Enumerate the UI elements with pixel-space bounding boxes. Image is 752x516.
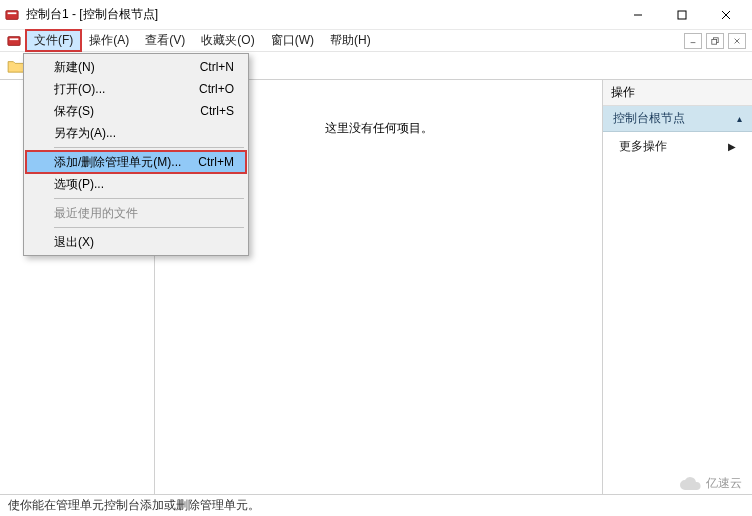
menu-separator bbox=[54, 227, 244, 228]
menu-item-label: 退出(X) bbox=[54, 234, 94, 251]
menu-item-exit[interactable]: 退出(X) bbox=[26, 231, 246, 253]
menu-item-label: 打开(O)... bbox=[54, 81, 105, 98]
menu-item-label: 新建(N) bbox=[54, 59, 95, 76]
menu-item-saveas[interactable]: 另存为(A)... bbox=[26, 122, 246, 144]
menu-item-recent: 最近使用的文件 bbox=[26, 202, 246, 224]
actions-panel-title: 操作 bbox=[603, 80, 752, 106]
menu-item-shortcut: Ctrl+S bbox=[200, 104, 234, 118]
menu-window[interactable]: 窗口(W) bbox=[263, 30, 322, 51]
menu-item-label: 选项(P)... bbox=[54, 176, 104, 193]
statusbar: 使你能在管理单元控制台添加或删除管理单元。 bbox=[0, 495, 752, 516]
menu-item-open[interactable]: 打开(O)... Ctrl+O bbox=[26, 78, 246, 100]
menu-item-label: 最近使用的文件 bbox=[54, 205, 138, 222]
watermark-text: 亿速云 bbox=[706, 475, 742, 492]
collapse-icon: ▴ bbox=[737, 113, 742, 124]
actions-section-header[interactable]: 控制台根节点 ▴ bbox=[603, 106, 752, 132]
menu-separator bbox=[54, 198, 244, 199]
svg-rect-0 bbox=[6, 10, 18, 19]
actions-more-label: 更多操作 bbox=[619, 138, 667, 155]
menu-item-shortcut: Ctrl+O bbox=[199, 82, 234, 96]
mdi-restore-button[interactable] bbox=[706, 33, 724, 49]
maximize-button[interactable] bbox=[660, 0, 704, 30]
svg-rect-6 bbox=[8, 36, 20, 45]
app-icon bbox=[4, 7, 20, 23]
svg-rect-7 bbox=[10, 38, 19, 40]
titlebar: 控制台1 - [控制台根节点] bbox=[0, 0, 752, 30]
actions-more-item[interactable]: 更多操作 ▶ bbox=[603, 132, 752, 161]
menu-separator bbox=[54, 147, 244, 148]
menu-view[interactable]: 查看(V) bbox=[137, 30, 193, 51]
svg-rect-1 bbox=[8, 12, 17, 14]
menu-item-new[interactable]: 新建(N) Ctrl+N bbox=[26, 56, 246, 78]
cloud-icon bbox=[678, 476, 702, 492]
window-controls bbox=[616, 0, 748, 30]
menu-item-add-remove-snapin[interactable]: 添加/删除管理单元(M)... Ctrl+M bbox=[26, 151, 246, 173]
svg-rect-3 bbox=[678, 11, 686, 19]
menu-help[interactable]: 帮助(H) bbox=[322, 30, 379, 51]
mdi-controls bbox=[684, 33, 746, 49]
menu-item-shortcut: Ctrl+M bbox=[198, 155, 234, 169]
menu-file[interactable]: 文件(F) bbox=[26, 30, 81, 51]
menu-action[interactable]: 操作(A) bbox=[81, 30, 137, 51]
menu-item-shortcut: Ctrl+N bbox=[200, 60, 234, 74]
chevron-right-icon: ▶ bbox=[728, 141, 736, 152]
mmc-icon bbox=[5, 32, 23, 50]
menu-favorites[interactable]: 收藏夹(O) bbox=[193, 30, 262, 51]
file-menu-dropdown: 新建(N) Ctrl+N 打开(O)... Ctrl+O 保存(S) Ctrl+… bbox=[23, 53, 249, 256]
window-title: 控制台1 - [控制台根节点] bbox=[26, 6, 616, 23]
actions-section-label: 控制台根节点 bbox=[613, 110, 685, 127]
close-button[interactable] bbox=[704, 0, 748, 30]
menu-item-label: 另存为(A)... bbox=[54, 125, 116, 142]
menu-item-label: 保存(S) bbox=[54, 103, 94, 120]
svg-rect-10 bbox=[712, 39, 717, 44]
actions-panel: 操作 控制台根节点 ▴ 更多操作 ▶ bbox=[602, 80, 752, 494]
menu-item-label: 添加/删除管理单元(M)... bbox=[54, 154, 181, 171]
watermark: 亿速云 bbox=[678, 475, 742, 492]
menu-item-options[interactable]: 选项(P)... bbox=[26, 173, 246, 195]
menu-item-save[interactable]: 保存(S) Ctrl+S bbox=[26, 100, 246, 122]
mdi-minimize-button[interactable] bbox=[684, 33, 702, 49]
menubar: 文件(F) 操作(A) 查看(V) 收藏夹(O) 窗口(W) 帮助(H) bbox=[0, 30, 752, 52]
mdi-close-button[interactable] bbox=[728, 33, 746, 49]
minimize-button[interactable] bbox=[616, 0, 660, 30]
